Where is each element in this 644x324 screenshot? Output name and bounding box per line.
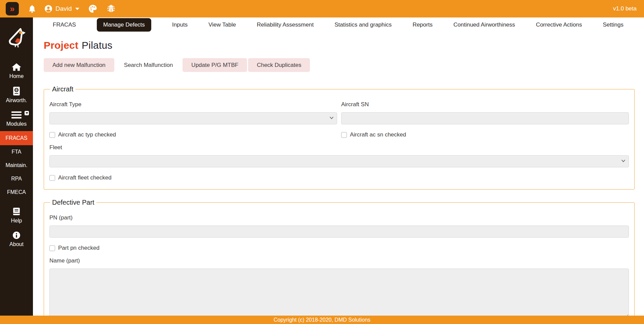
tab-check-duplicates[interactable]: Check Duplicates bbox=[248, 58, 310, 72]
menu-icon bbox=[11, 111, 22, 119]
sidebar-item-label: Modules bbox=[6, 121, 27, 127]
module-nav: FRACAS Manage Defects Inputs View Table … bbox=[33, 17, 644, 32]
user-name: David bbox=[55, 5, 72, 12]
sidebar-item-label: Maintain. bbox=[6, 162, 28, 168]
modules-expand-icon[interactable] bbox=[25, 111, 29, 115]
page-title-prefix: Project bbox=[44, 40, 78, 51]
sidebar-item-help[interactable]: Help bbox=[0, 204, 33, 228]
page-title: ProjectPilatus bbox=[44, 40, 635, 51]
notifications-bell-icon[interactable] bbox=[28, 4, 37, 14]
sidebar-item-airworthiness[interactable]: Airworth. bbox=[0, 83, 33, 108]
nav-item-view-table[interactable]: View Table bbox=[208, 22, 236, 28]
tab-add-new-malfunction[interactable]: Add new Malfunction bbox=[44, 58, 114, 72]
part-pn-checked-row: Part pn checked bbox=[49, 245, 629, 251]
home-icon bbox=[12, 63, 21, 71]
tab-search-malfunction[interactable]: Search Malfunction bbox=[115, 58, 182, 72]
aircraft-sn-checked-row: Aircraft ac sn checked bbox=[341, 131, 629, 138]
top-bar: » David bbox=[0, 0, 644, 17]
aircraft-fleet-checkbox-label: Aircraft fleet checked bbox=[58, 174, 112, 181]
defective-part-section-legend: Defective Part bbox=[50, 199, 96, 206]
part-pn-input[interactable] bbox=[49, 226, 629, 238]
book-icon bbox=[12, 208, 21, 216]
aircraft-fleet-checkbox[interactable] bbox=[49, 175, 55, 181]
chevron-down-icon bbox=[75, 8, 79, 10]
sidebar-item-label: Airworth. bbox=[6, 97, 27, 104]
aircraft-type-checkbox[interactable] bbox=[49, 132, 55, 138]
fleet-field: Fleet bbox=[49, 138, 629, 167]
footer-copyright: Copyright (c) 2018-2020, DMD Solutions bbox=[274, 317, 370, 323]
sidebar-item-label: FRACAS bbox=[6, 135, 28, 141]
theme-palette-icon[interactable] bbox=[88, 4, 97, 13]
part-pn-field: PN (part) bbox=[49, 214, 629, 238]
sidebar-item-fmeca[interactable]: FMECA bbox=[0, 186, 33, 199]
part-name-field: Name (part) bbox=[49, 257, 629, 318]
tab-bar: Add new Malfunction Search Malfunction U… bbox=[44, 58, 635, 72]
nav-item-fracas[interactable]: FRACAS bbox=[53, 22, 76, 28]
nav-item-corrective-actions[interactable]: Corrective Actions bbox=[536, 22, 582, 28]
sidebar-item-label: RPA bbox=[11, 176, 22, 182]
aircraft-type-select[interactable] bbox=[49, 112, 337, 124]
part-name-label: Name (part) bbox=[49, 257, 629, 264]
nav-item-statistics-and-graphics[interactable]: Statistics and graphics bbox=[334, 22, 392, 28]
part-pn-checkbox-label: Part pn checked bbox=[58, 245, 99, 251]
sidebar-item-about[interactable]: About bbox=[0, 228, 33, 251]
sidebar-item-label: About bbox=[9, 241, 24, 247]
page-title-name: Pilatus bbox=[82, 40, 112, 51]
sidebar-item-label: FTA bbox=[11, 149, 21, 155]
footer: Copyright (c) 2018-2020, DMD Solutions bbox=[0, 316, 644, 324]
aircraft-sn-checkbox-label: Aircraft ac sn checked bbox=[350, 131, 406, 138]
part-name-textarea[interactable] bbox=[49, 269, 629, 318]
nav-item-manage-defects[interactable]: Manage Defects bbox=[97, 18, 151, 32]
aircraft-type-field: Aircraft Type bbox=[49, 95, 337, 124]
aircraft-section: Aircraft Aircraft Type Aircraft SN Aircr… bbox=[44, 85, 635, 190]
aircraft-sn-field: Aircraft SN bbox=[341, 95, 629, 124]
sidebar-item-fracas[interactable]: FRACAS bbox=[0, 131, 33, 145]
user-avatar-icon bbox=[44, 4, 53, 13]
part-pn-checkbox[interactable] bbox=[49, 245, 55, 251]
sidebar-item-modules[interactable]: Modules bbox=[0, 108, 33, 131]
aircraft-sn-checkbox[interactable] bbox=[341, 132, 347, 138]
sidebar-item-label: FMECA bbox=[7, 189, 26, 195]
sidebar-item-maintain[interactable]: Maintain. bbox=[0, 159, 33, 172]
app-version: v1.0 beta bbox=[613, 5, 637, 12]
nav-item-inputs[interactable]: Inputs bbox=[172, 22, 188, 28]
fleet-label: Fleet bbox=[49, 144, 629, 151]
sidebar-item-label: Help bbox=[11, 218, 22, 224]
aircraft-sn-label: Aircraft SN bbox=[341, 101, 629, 108]
tab-update-pg-mtbf[interactable]: Update P/G MTBF bbox=[183, 58, 247, 72]
sidebar-item-rpa[interactable]: RPA bbox=[0, 172, 33, 186]
aircraft-section-legend: Aircraft bbox=[50, 85, 75, 93]
passport-icon bbox=[13, 87, 20, 95]
defective-part-section: Defective Part PN (part) Part pn checked… bbox=[44, 199, 635, 324]
sidebar-collapse-button[interactable]: » bbox=[6, 2, 19, 15]
sidebar-item-home[interactable]: Home bbox=[0, 60, 33, 83]
nav-item-reports[interactable]: Reports bbox=[412, 22, 433, 28]
app-logo[interactable] bbox=[0, 17, 33, 60]
nav-item-continued-airworthiness[interactable]: Continued Airworthiness bbox=[453, 22, 515, 28]
sidebar-item-fta[interactable]: FTA bbox=[0, 145, 33, 159]
aircraft-sn-input[interactable] bbox=[341, 112, 629, 124]
debug-bug-icon[interactable] bbox=[106, 4, 116, 14]
aircraft-type-checkbox-label: Aircraft ac typ checked bbox=[58, 131, 116, 138]
part-pn-label: PN (part) bbox=[49, 214, 629, 221]
nav-item-settings[interactable]: Settings bbox=[603, 22, 623, 28]
sidebar: Home Airworth. Modules FRACAS bbox=[0, 17, 33, 316]
nav-item-reliability-assessment[interactable]: Reliability Assessment bbox=[257, 22, 314, 28]
main-content: ProjectPilatus Add new Malfunction Searc… bbox=[33, 32, 644, 324]
fleet-select[interactable] bbox=[49, 155, 629, 167]
user-menu[interactable]: David bbox=[44, 4, 79, 13]
aircraft-type-checked-row: Aircraft ac typ checked bbox=[49, 131, 337, 138]
sidebar-item-label: Home bbox=[9, 73, 24, 79]
aircraft-type-label: Aircraft Type bbox=[49, 101, 337, 108]
aircraft-fleet-checked-row: Aircraft fleet checked bbox=[49, 174, 629, 181]
info-icon bbox=[12, 231, 21, 239]
